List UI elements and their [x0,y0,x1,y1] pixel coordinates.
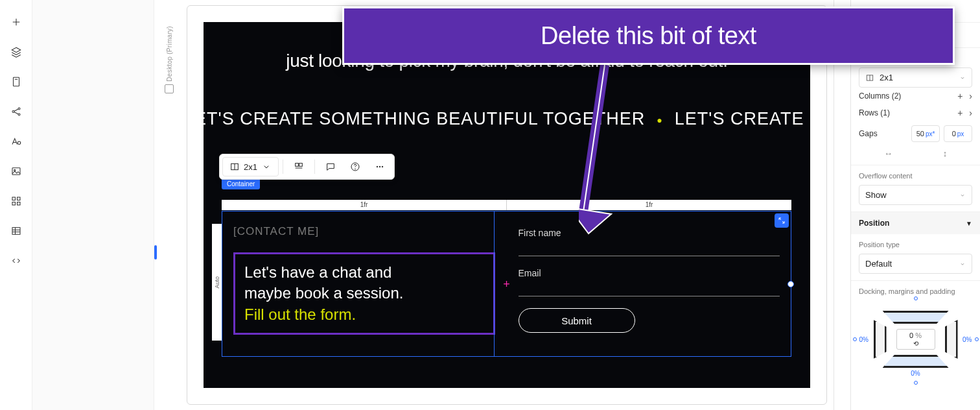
gap-axis-icons: ↔↕ [859,146,972,158]
anchor-top[interactable] [914,296,918,300]
position-section: Position type Default [851,234,980,281]
svg-point-17 [377,166,378,167]
layout-selector[interactable]: 2x1 [222,157,279,176]
canvas: Desktop (Primary) just looking to pick m… [154,0,834,410]
overflow-select[interactable]: Show [859,185,972,205]
docking-section: Docking, margins and padding 0 % ⟲ 0% 0%… [851,281,980,378]
docking-title: Docking, margins and padding [859,287,972,295]
dock-right-value[interactable]: 0% [962,336,972,343]
instruction-callout: Delete this bit of text [342,6,955,65]
repeat-icon[interactable] [287,158,310,176]
dock-center-input[interactable]: 0 % ⟲ [896,329,935,350]
dock-right[interactable] [945,320,958,359]
cursor-indicator [154,245,157,259]
svg-point-1 [12,111,14,113]
marquee: LET'S CREATE SOMETHING BEAUTIFUL TOGETHE… [187,73,810,142]
columns-menu-icon[interactable]: › [969,91,972,101]
dock-bottom-value[interactable]: 0% [911,370,920,377]
svg-rect-0 [13,77,19,86]
comment-icon[interactable] [319,158,342,176]
svg-point-16 [355,169,356,169]
add-column-icon[interactable]: + [957,91,962,101]
left-icon-rail [0,0,32,410]
anchor-right[interactable] [975,337,979,341]
page-icon[interactable] [10,75,23,88]
share-icon[interactable] [10,105,23,118]
layers-icon[interactable] [10,45,23,58]
svg-rect-13 [296,163,299,167]
dock-bottom[interactable] [883,355,949,368]
device-icon [165,84,174,93]
svg-rect-9 [12,202,16,206]
layout-select[interactable]: 2x1 [859,67,972,88]
gap-h-input[interactable]: 50px* [911,125,940,142]
svg-point-18 [379,166,380,167]
svg-rect-11 [12,228,20,235]
layout-section: Layout 2x1 Columns (2) +› Rows (1) +› Ga… [851,48,980,165]
horizontal-icon[interactable]: ↔ [884,149,892,158]
dock-left[interactable] [874,320,887,359]
callout-arrow [579,65,657,247]
svg-rect-7 [12,197,16,200]
overflow-title: Overflow content [859,172,972,180]
element-tag[interactable]: Container [222,178,260,189]
image-icon[interactable] [10,165,23,178]
gap-v-input[interactable]: 0px [944,125,972,142]
typography-icon[interactable] [10,135,23,148]
grid-header[interactable]: 1fr 1fr [222,200,791,210]
svg-rect-14 [299,163,303,167]
callout-text: Delete this bit of text [541,22,756,50]
svg-point-2 [18,108,20,110]
selection-outline [222,211,791,357]
auto-tab[interactable]: Auto [212,224,222,341]
dock-left-value[interactable]: 0% [859,336,869,343]
dock-top[interactable] [883,311,949,324]
more-icon[interactable] [368,158,391,176]
docking-control[interactable]: 0 % ⟲ 0% 0% 0% [874,311,958,368]
device-indicator[interactable]: Desktop (Primary) [165,26,174,93]
rows-label: Rows (1) [859,108,890,117]
anchor-bottom[interactable] [914,381,918,385]
svg-rect-8 [17,197,20,200]
apps-icon[interactable] [10,195,23,208]
collapse-caret-icon: ▼ [966,220,972,227]
table-icon[interactable] [10,224,23,237]
position-type-label: Position type [859,241,972,248]
add-icon[interactable] [10,16,23,29]
expand-icon[interactable] [775,213,789,228]
code-icon[interactable] [10,254,23,267]
left-panel [32,0,154,410]
link-icon[interactable]: ⟲ [913,340,918,347]
position-header[interactable]: Position ▼ [851,212,980,234]
gaps-label: Gaps [859,129,878,138]
help-icon[interactable] [344,158,367,176]
svg-rect-5 [12,168,20,175]
element-toolbar: 2x1 [219,154,395,180]
vertical-icon[interactable]: ↕ [943,149,948,158]
position-type-select[interactable]: Default [859,254,972,274]
columns-label: Columns (2) [859,91,901,101]
col-1-size[interactable]: 1fr [222,200,507,210]
add-row-icon[interactable]: + [957,108,962,117]
svg-rect-10 [17,202,20,206]
svg-point-3 [18,114,20,115]
svg-point-19 [382,166,383,167]
svg-point-4 [18,141,21,145]
rows-menu-icon[interactable]: › [969,108,972,117]
anchor-left[interactable] [853,337,857,341]
overflow-section: Overflow content Show [851,165,980,212]
device-label: Desktop (Primary) [166,26,173,82]
svg-marker-20 [579,208,611,234]
